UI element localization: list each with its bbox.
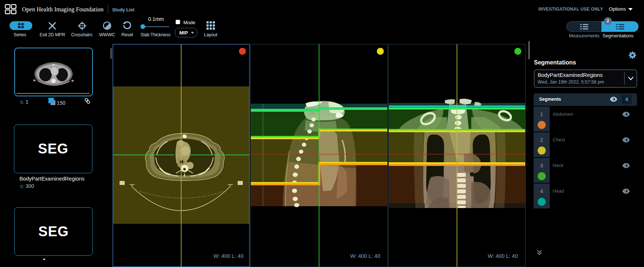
svg-text:W: 400 L: 40: W: 400 L: 40 xyxy=(213,253,244,259)
svg-text:W: 400 L: 40: W: 400 L: 40 xyxy=(488,253,518,259)
svg-text:W: 400 L: 40: W: 400 L: 40 xyxy=(350,253,380,259)
